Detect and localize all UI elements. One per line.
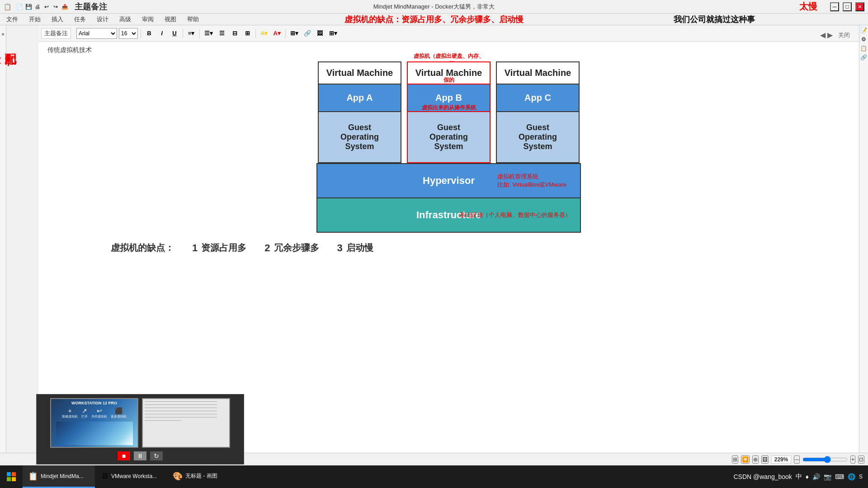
filter-btn[interactable]: 🔽	[741, 455, 750, 464]
menu-task[interactable]: 任务	[71, 14, 89, 24]
menu-file[interactable]: 文件	[4, 14, 21, 24]
prev-arrow[interactable]: ◀	[820, 31, 826, 39]
fit-btn[interactable]: ⊡	[858, 455, 864, 464]
vmware-icon: 🖥	[100, 471, 108, 481]
tray-icon1[interactable]: ♦	[806, 473, 809, 480]
size-selector[interactable]: 16	[119, 28, 138, 39]
menu-start[interactable]: 开始	[26, 14, 43, 24]
vm-a-header: Virtual Machine	[319, 62, 401, 84]
table-btn[interactable]: ⊞▾	[288, 28, 300, 39]
bottom-label: 虚拟机的缺点：	[111, 242, 174, 254]
zoom-out-btn[interactable]: ─	[794, 455, 800, 464]
system-tray: CSDN @wang_book 中 ♦ 🔊 📷 ⌨ 🌐 S	[728, 473, 868, 481]
next-arrow[interactable]: ▶	[827, 31, 833, 39]
popup-refresh-btn[interactable]: ↻	[150, 451, 163, 460]
popup-thumbnails: WORKSTATION 12 PRO + 新建虚拟机 ↗ 打开 ↩ 关闭虚拟机	[50, 398, 230, 448]
app-icon: 📋	[4, 3, 11, 10]
list3-btn[interactable]: ⊟	[229, 28, 240, 39]
nav-arrows: ◀ ▶ 关闭	[820, 31, 850, 39]
bottom-text: 虚拟机的缺点： 1 资源占用多 2 冗余步骤多 3 启动慢	[66, 242, 832, 254]
popup-controls: ■ ⏸ ↻	[118, 451, 163, 460]
popup-stop-btn[interactable]: ■	[118, 451, 130, 460]
tray-camera[interactable]: 📷	[824, 473, 831, 480]
thumb-workstation[interactable]: WORKSTATION 12 PRO + 新建虚拟机 ↗ 打开 ↩ 关闭虚拟机	[50, 398, 138, 448]
minimize-button[interactable]: ─	[830, 2, 839, 11]
tray-lang[interactable]: 中	[796, 473, 802, 481]
hypervisor-row: Hypervisor 虚拟机管理系统 比如: VirtualBox或VMware	[316, 163, 581, 198]
save-btn[interactable]: 💾	[25, 3, 32, 10]
grid-btn[interactable]: ⊞	[732, 455, 738, 464]
undo-btn[interactable]: ↩	[43, 3, 50, 10]
zoom-in-btn[interactable]: +	[850, 455, 855, 464]
collapse-btn[interactable]: »	[0, 27, 6, 41]
menu-view[interactable]: 视图	[162, 14, 179, 24]
item2-text: 冗余步骤多	[274, 242, 319, 254]
menu-annotation-red: 虚拟机的缺点：资源占用多、冗余步骤多、启动慢	[344, 14, 524, 25]
bold-button[interactable]: B	[144, 28, 155, 39]
start-button[interactable]	[0, 465, 23, 488]
close-button[interactable]: ✕	[855, 2, 864, 11]
close-nav[interactable]: 关闭	[838, 31, 850, 39]
note-panel: 📝 ⚙ 📋 🔗	[859, 25, 868, 465]
redo-btn[interactable]: ↪	[52, 3, 59, 10]
vm-a-box: Virtual Machine App A GuestOperatingSyst…	[318, 61, 401, 163]
zoom-level: 229%	[771, 455, 792, 464]
tool3-btn[interactable]: ⊕	[752, 455, 759, 464]
note-icon-3[interactable]: 📋	[860, 45, 867, 52]
vm-c-header: Virtual Machine	[497, 62, 579, 84]
mindjet-icon: 📋	[28, 471, 38, 481]
taskbar: 📋 Mindjet MindMa... 🖥 VMware Worksta... …	[0, 465, 868, 488]
maximize-button[interactable]: □	[843, 2, 852, 11]
popup-pause-btn[interactable]: ⏸	[134, 451, 146, 460]
vm-b-box: 虚拟机（虚拟出硬盘、内存、CPU等） Virtual Machine 假的 Ap…	[407, 61, 491, 163]
font-selector[interactable]: Arial	[76, 28, 117, 39]
item3-text: 启动慢	[346, 242, 373, 254]
system-time: S	[859, 474, 863, 480]
menu-insert[interactable]: 插入	[49, 14, 66, 24]
menu-design[interactable]: 设计	[94, 14, 111, 24]
extra-btn[interactable]: ⊞▾	[327, 28, 339, 39]
menu-review[interactable]: 审阅	[139, 14, 156, 24]
italic-button[interactable]: I	[156, 28, 167, 39]
infrastructure-row: Infrastructure 基础设施（个人电脑、数据中心的服务器）	[316, 198, 581, 233]
list2-btn[interactable]: ☰	[217, 28, 227, 39]
quick-access-toolbar: 📄 💾 🖨 ↩ ↪ 📤	[14, 3, 68, 10]
list-btn[interactable]: ☰▾	[203, 28, 215, 39]
note-icon-2[interactable]: ⚙	[861, 36, 866, 42]
hypervisor-label: Hypervisor	[423, 175, 475, 187]
underline-button[interactable]: U	[169, 28, 180, 39]
image-btn[interactable]: 🖼	[315, 28, 326, 39]
list4-btn[interactable]: ⊞	[242, 28, 253, 39]
menu-advanced[interactable]: 高级	[117, 14, 134, 24]
menu-help[interactable]: 帮助	[184, 14, 202, 24]
tray-network[interactable]: 🌐	[848, 473, 855, 480]
svg-rect-2	[7, 477, 11, 481]
workstation-label: WORKSTATION 12 PRO	[71, 401, 117, 405]
thumb-blank[interactable]	[142, 398, 230, 448]
paint-label: 无标题 - 画图	[185, 472, 217, 480]
hypervisor-annotation: 虚拟机管理系统 比如: VirtualBox或VMware	[497, 173, 566, 189]
guest-b-annotation: 虚拟出来的从操作系统	[408, 104, 490, 112]
note-icon-1[interactable]: 📝	[860, 27, 867, 33]
sep1	[141, 29, 141, 38]
send-btn[interactable]: 📤	[61, 3, 68, 10]
highlight-btn[interactable]: A▾	[259, 28, 269, 39]
taskbar-mindjet[interactable]: 📋 Mindjet MindMa...	[23, 465, 95, 488]
bottom-item-3: 3 启动慢	[337, 242, 373, 254]
note-icon-4[interactable]: 🔗	[860, 54, 867, 61]
tray-keyboard[interactable]: ⌨	[835, 473, 844, 480]
align-btn[interactable]: ≡▾	[186, 28, 197, 39]
taskbar-paint[interactable]: 🎨 无标题 - 画图	[167, 465, 240, 488]
sep2	[183, 29, 183, 38]
print-btn[interactable]: 🖨	[34, 3, 41, 10]
textcolor-btn[interactable]: A▾	[271, 28, 282, 39]
new-btn[interactable]: 📄	[16, 3, 23, 10]
zoom-slider[interactable]	[802, 456, 848, 463]
link-btn[interactable]: 🔗	[302, 28, 313, 39]
notes-label[interactable]: 和配 并有	[0, 44, 19, 46]
tool4-btn[interactable]: 🖼	[761, 455, 769, 464]
title-text-left: 主题备注	[75, 1, 107, 12]
title-overlay-text: 太慢	[799, 0, 817, 13]
taskbar-vmware[interactable]: 🖥 VMware Worksta...	[95, 465, 167, 488]
tray-speaker[interactable]: 🔊	[812, 473, 820, 480]
